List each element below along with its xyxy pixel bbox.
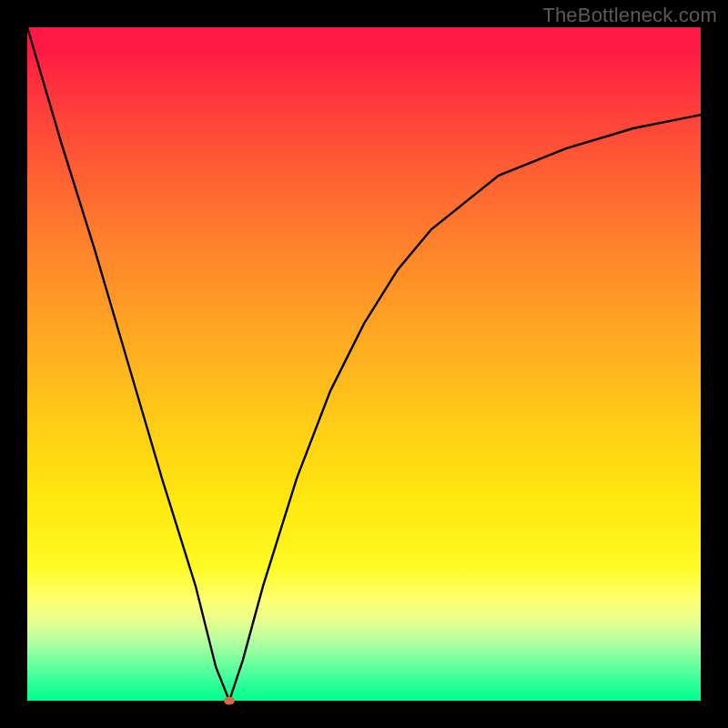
curve-layer xyxy=(27,27,701,701)
chart-frame: TheBottleneck.com xyxy=(0,0,728,728)
watermark-text: TheBottleneck.com xyxy=(542,4,717,27)
plot-area xyxy=(27,27,701,701)
bottleneck-curve xyxy=(27,27,701,701)
min-marker xyxy=(224,697,235,705)
